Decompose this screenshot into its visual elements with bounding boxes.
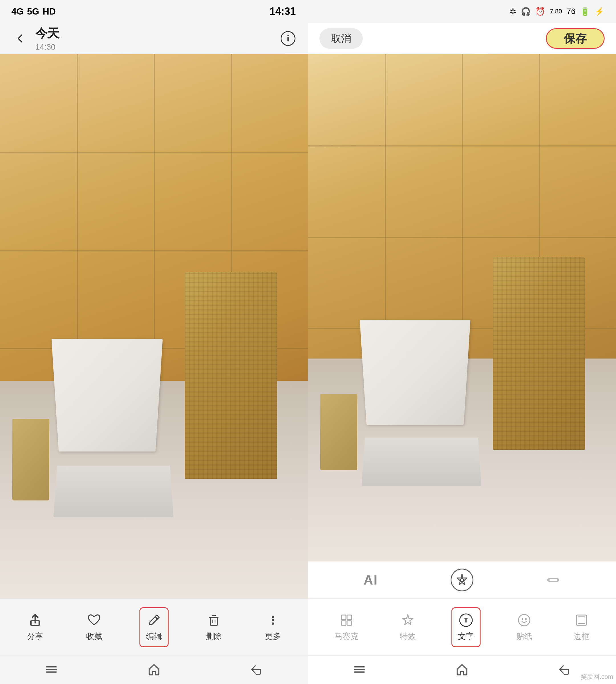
watermark: 笑脸网.com xyxy=(581,672,613,681)
laptop-base xyxy=(53,466,174,518)
more-icon xyxy=(265,613,280,628)
save-button[interactable]: 保存 xyxy=(546,28,604,49)
battery-percent: 76 xyxy=(567,7,575,16)
border-tool[interactable]: 边框 xyxy=(568,608,595,646)
border-icon xyxy=(574,613,589,628)
adjust-filter-icon-wrap xyxy=(542,569,565,591)
cancel-button[interactable]: 取消 xyxy=(320,28,363,49)
ai-label: AI xyxy=(364,572,378,588)
signal-hd: HD xyxy=(43,6,56,17)
right-nav-home[interactable] xyxy=(455,662,469,678)
signal-4g: 4G xyxy=(12,6,24,17)
svg-point-23 xyxy=(519,614,530,626)
left-photo-view xyxy=(0,54,308,598)
left-nav-home[interactable] xyxy=(147,662,161,678)
right-laptop-screen xyxy=(360,320,470,425)
right-toolbar: 马赛克 特效 T 文字 xyxy=(308,598,616,656)
svg-point-25 xyxy=(525,618,527,620)
svg-rect-16 xyxy=(557,578,559,582)
left-nav-back[interactable] xyxy=(249,662,264,678)
right-photo-edit-view xyxy=(308,54,616,562)
left-header: 今天 14:30 i xyxy=(0,23,308,54)
effect-tool[interactable]: 特效 xyxy=(394,608,421,646)
svg-rect-27 xyxy=(578,617,585,623)
svg-line-1 xyxy=(155,617,157,619)
battery-kb: 7.80 xyxy=(550,8,562,15)
mosaic-tool[interactable]: 马赛克 xyxy=(329,608,364,646)
favorite-tool[interactable]: 收藏 xyxy=(81,608,108,646)
right-basket-pattern xyxy=(493,257,585,450)
right-nav-back[interactable] xyxy=(557,662,572,678)
header-title-group: 今天 14:30 xyxy=(35,25,273,51)
edit-icon xyxy=(147,613,161,628)
laptop-object xyxy=(55,343,185,517)
edit-label: 编辑 xyxy=(146,631,162,642)
svg-point-24 xyxy=(522,618,523,620)
signal-5g: 5G xyxy=(27,6,39,17)
right-back-icon xyxy=(557,662,572,677)
ai-filter-item[interactable]: AI xyxy=(359,569,382,591)
edit-tool[interactable]: 编辑 xyxy=(139,607,169,647)
svg-point-7 xyxy=(272,616,274,618)
delete-tool[interactable]: 删除 xyxy=(200,608,227,646)
menu-icon xyxy=(44,662,59,677)
info-button[interactable]: i xyxy=(280,30,296,47)
svg-rect-17 xyxy=(342,615,346,620)
sticker-icon xyxy=(517,613,532,628)
magic-filter-icon-wrap xyxy=(450,569,474,591)
left-nav-menu[interactable] xyxy=(44,662,59,678)
effect-star-icon xyxy=(400,613,415,628)
svg-rect-19 xyxy=(342,621,346,625)
svg-rect-20 xyxy=(347,621,352,625)
right-topbar: 取消 保存 xyxy=(308,23,616,54)
status-signals: 4G 5G HD xyxy=(12,6,56,17)
basket-object xyxy=(185,272,277,479)
headphone-icon: 🎧 xyxy=(521,7,531,16)
delete-label: 删除 xyxy=(206,631,222,642)
sticker-label: 贴纸 xyxy=(516,631,532,642)
right-menu-icon xyxy=(352,662,367,677)
info-icon: i xyxy=(281,31,295,46)
photo-background xyxy=(0,54,308,598)
text-tool[interactable]: T 文字 xyxy=(452,607,481,647)
basket-pattern xyxy=(185,272,277,479)
magic-filter-item[interactable] xyxy=(450,569,474,591)
mosaic-icon xyxy=(339,613,354,628)
svg-rect-2 xyxy=(211,617,217,625)
svg-point-9 xyxy=(272,622,274,625)
left-toolbar: 分享 收藏 编辑 xyxy=(0,598,308,656)
header-title: 今天 xyxy=(35,25,273,41)
svg-point-8 xyxy=(272,619,274,621)
status-time: 14:31 xyxy=(269,5,296,17)
text-icon: T xyxy=(459,613,474,628)
mosaic-label: 马赛克 xyxy=(334,631,358,642)
left-nav-bar xyxy=(0,656,308,684)
right-photo-background xyxy=(308,54,616,562)
text-label: 文字 xyxy=(458,631,474,642)
svg-rect-18 xyxy=(347,615,352,620)
share-label: 分享 xyxy=(27,631,43,642)
right-nav-menu[interactable] xyxy=(352,662,367,678)
sticker-tool[interactable]: 贴纸 xyxy=(510,608,538,646)
main-content: 今天 14:30 i xyxy=(0,23,616,684)
right-filter-bar: AI xyxy=(308,562,616,598)
more-tool[interactable]: 更多 xyxy=(259,608,287,646)
right-cup-object xyxy=(320,394,357,470)
right-laptop-base xyxy=(361,437,482,486)
share-tool[interactable]: 分享 xyxy=(21,608,49,646)
adjust-filter-item[interactable] xyxy=(542,569,565,591)
share-icon xyxy=(28,613,43,628)
battery-icon: 🔋 xyxy=(580,7,590,16)
right-home-icon xyxy=(455,662,469,677)
left-panel: 今天 14:30 i xyxy=(0,23,308,684)
alarm-icon: ⏰ xyxy=(535,7,545,16)
laptop-screen xyxy=(52,339,163,452)
back-nav-icon xyxy=(249,662,264,677)
right-basket-object xyxy=(493,257,585,450)
right-laptop-object xyxy=(363,323,493,485)
right-nav-bar xyxy=(308,656,616,684)
cup-object xyxy=(12,419,49,501)
back-button[interactable] xyxy=(12,30,28,47)
favorite-label: 收藏 xyxy=(86,631,102,642)
svg-rect-15 xyxy=(547,578,550,582)
